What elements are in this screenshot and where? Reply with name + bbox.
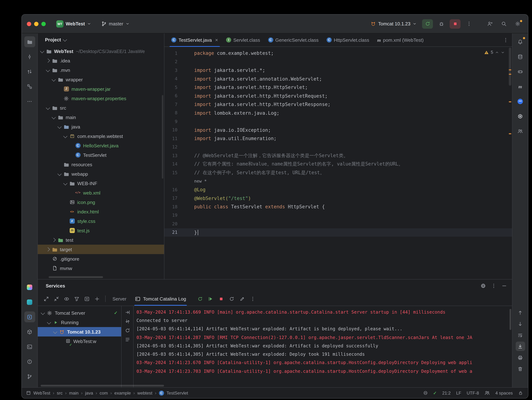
- code-line[interactable]: 16@Log: [165, 185, 512, 194]
- services-tree-item[interactable]: ✓WebTest:w: [38, 337, 121, 346]
- ai-assistant-button[interactable]: [24, 282, 35, 292]
- hide-button[interactable]: [501, 283, 507, 288]
- tree-chevron-icon[interactable]: [63, 181, 68, 185]
- tree-chevron-icon[interactable]: [40, 49, 44, 53]
- refresh-button[interactable]: [229, 296, 234, 301]
- services-button[interactable]: [24, 311, 35, 322]
- code-line[interactable]: 3import jakarta.servlet.*;: [165, 66, 512, 75]
- chat-button[interactable]: •••: [515, 96, 526, 107]
- tree-item[interactable]: <>index.html: [38, 207, 164, 216]
- minimize-window-button[interactable]: [34, 22, 38, 26]
- project-widget[interactable]: WT WebTest: [54, 19, 94, 29]
- tree-item[interactable]: main: [38, 113, 164, 122]
- tree-chevron-icon[interactable]: [47, 320, 51, 324]
- maven-button[interactable]: m: [515, 81, 526, 92]
- breadcrumb-item[interactable]: WebTest: [33, 390, 50, 395]
- openai-button[interactable]: [515, 111, 526, 122]
- plus-button[interactable]: [94, 296, 100, 301]
- terminal-button[interactable]: [24, 341, 35, 352]
- collapse-button[interactable]: [54, 296, 59, 301]
- breadcrumb-item[interactable]: src: [57, 390, 63, 395]
- tree-item[interactable]: resources: [38, 160, 164, 169]
- database-button[interactable]: [515, 51, 526, 62]
- tree-item[interactable]: com.example.webtest: [38, 131, 164, 141]
- arrow-down-button[interactable]: [515, 319, 525, 329]
- kebab-button[interactable]: [250, 296, 255, 301]
- line-separator[interactable]: LF: [456, 390, 461, 395]
- previous-problem-button[interactable]: [495, 50, 499, 54]
- services-tree-item[interactable]: Running: [38, 317, 121, 327]
- warning-mark[interactable]: [509, 133, 511, 134]
- code-line[interactable]: 12: [165, 143, 512, 151]
- tree-item[interactable]: target: [38, 245, 164, 254]
- run-configuration-widget[interactable]: Tomcat 10.1.23: [368, 19, 419, 28]
- tree-chevron-icon[interactable]: [57, 172, 62, 176]
- tree-chevron-icon[interactable]: [46, 247, 50, 252]
- close-window-button[interactable]: [27, 22, 31, 26]
- globe-button[interactable]: [481, 283, 486, 288]
- list-button[interactable]: [125, 337, 130, 342]
- pull-requests-button[interactable]: [24, 66, 35, 77]
- resume-button[interactable]: [208, 296, 213, 301]
- settings-button[interactable]: [512, 19, 523, 28]
- tree-chevron-icon[interactable]: [57, 125, 62, 129]
- code-line[interactable]: 4import jakarta.servlet.annotation.WebSe…: [165, 75, 512, 83]
- code-with-me-button[interactable]: [484, 19, 495, 28]
- branch-widget[interactable]: master: [99, 19, 132, 28]
- more-tools-button[interactable]: [24, 96, 35, 107]
- editor-tab[interactable]: mpom.xml (WebTest): [373, 33, 428, 46]
- expand-button[interactable]: [44, 296, 49, 301]
- tree-item[interactable]: .idea: [38, 56, 164, 65]
- tree-chevron-icon[interactable]: [52, 77, 56, 82]
- tree-item[interactable]: .gitignore: [38, 254, 164, 264]
- softwrap-button[interactable]: [515, 330, 525, 340]
- breadcrumb-item[interactable]: example: [114, 390, 131, 395]
- notifications-button[interactable]: [515, 36, 526, 47]
- tree-item[interactable]: </>web.xml: [38, 188, 164, 197]
- warning-mark[interactable]: [509, 69, 511, 70]
- tree-item[interactable]: WebTest~/Desktop/CS/JavaEE/1 JavaWe: [38, 46, 164, 56]
- packages-button[interactable]: [24, 326, 35, 337]
- filter-button[interactable]: [74, 296, 79, 301]
- more-actions-button[interactable]: [463, 19, 474, 28]
- tree-chevron-icon[interactable]: [53, 330, 57, 334]
- contacts-button[interactable]: [515, 126, 526, 136]
- tree-item[interactable]: CTestServlet: [38, 150, 164, 160]
- project-horizontal-scrollbar[interactable]: [49, 276, 103, 278]
- add-tab-button[interactable]: [84, 296, 90, 301]
- editor-tab[interactable]: CTestServlet.java×: [167, 33, 222, 46]
- code-line[interactable]: 6import jakarta.servlet.http.HttpServlet…: [165, 92, 512, 100]
- structure-button[interactable]: [24, 81, 35, 92]
- code-line[interactable]: 8import lombok.extern.java.Log;: [165, 109, 512, 117]
- tree-chevron-icon[interactable]: [41, 311, 45, 315]
- console-vertical-scrollbar[interactable]: [509, 309, 511, 330]
- tree-item[interactable]: WEB-INF: [38, 178, 164, 188]
- warning-mark[interactable]: [509, 74, 511, 75]
- tree-item[interactable]: java: [38, 122, 164, 131]
- console-horizontal-scrollbar[interactable]: [41, 385, 164, 387]
- code-line[interactable]: new *: [165, 177, 512, 185]
- project-folder-button[interactable]: [24, 36, 35, 47]
- code-line[interactable]: 2: [165, 57, 512, 66]
- project-vertical-scrollbar[interactable]: [162, 95, 163, 178]
- code-with-me-users-icon[interactable]: [484, 390, 490, 396]
- editor-scrollbar-thumb[interactable]: [509, 48, 511, 86]
- code-line[interactable]: 15// 在这个例子中, Servlet的名字是test, URL是/test。: [165, 168, 512, 177]
- copilot-icon[interactable]: [423, 391, 428, 395]
- next-problem-button[interactable]: [501, 50, 505, 54]
- lock-icon[interactable]: [518, 391, 523, 395]
- commit-button[interactable]: [24, 51, 35, 62]
- editor-tab[interactable]: CHttpServlet.class: [323, 33, 373, 46]
- tree-item[interactable]: test: [38, 235, 164, 245]
- vcs-button[interactable]: [24, 371, 35, 382]
- editor-error-stripe[interactable]: [508, 47, 512, 279]
- breadcrumb-item[interactable]: main: [69, 390, 79, 395]
- stop-button[interactable]: [450, 19, 461, 28]
- tree-item[interactable]: JStest.js: [38, 226, 164, 235]
- tree-item[interactable]: Jmaven-wrapper.jar: [38, 84, 164, 94]
- services-tree-item[interactable]: Tomcat 10.1.23: [38, 327, 121, 337]
- run-button[interactable]: [422, 19, 433, 28]
- breadcrumb-item[interactable]: java: [85, 390, 93, 395]
- code-with-me-button[interactable]: [24, 297, 35, 307]
- tree-item[interactable]: #style.css: [38, 216, 164, 226]
